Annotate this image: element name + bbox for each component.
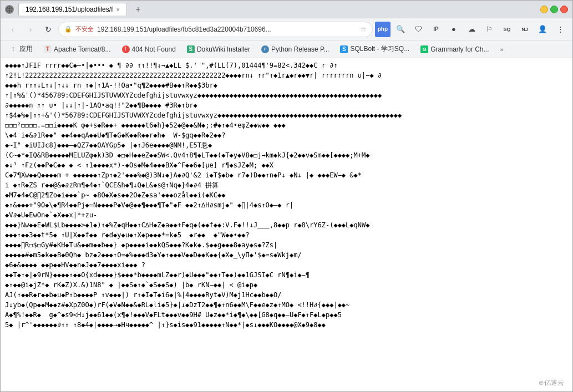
tomcat-icon: T [44, 45, 52, 53]
ext-sq1-badge[interactable]: SQ [499, 22, 515, 37]
bookmark-404[interactable]: ! 404 Not Found [118, 44, 180, 54]
new-tab-button[interactable]: + [131, 3, 145, 16]
bookmark-star-icon[interactable]: ☆ [360, 25, 367, 33]
content-area[interactable]: ◆◆◆◆↑JFIF rrrr◆◆C◆—•|◆••• ◆ ¶ ∂∂ ↑↑!!¶↓→… [1, 58, 572, 391]
close-button[interactable] [560, 6, 568, 13]
more-options-icon[interactable]: ⋮ [552, 22, 568, 37]
ext-sq2-badge[interactable]: NJ [517, 22, 533, 37]
bookmark-404-icon: ! [122, 45, 130, 53]
title-bar: 192.168.199.151/uploadfiles/f × + [1, 1, 572, 18]
nav-extras: php 🔍 🛡 IP ● ☁ ⚐ SQ NJ 👤 ⋮ [375, 22, 568, 37]
minimize-button[interactable] [540, 6, 548, 13]
ext-ip-badge[interactable]: IP [428, 22, 444, 37]
ext-circle-icon[interactable]: ● [446, 22, 462, 37]
bookmark-dokuwiki-label: DokuWiki Installer [197, 45, 250, 53]
bookmark-sqlbolt-label: SQLBolt - 学习SQ... [350, 44, 409, 54]
nav-bar: ‹ › ↻ 🔒 不安全 192.168.199.151/uploadfiles/… [1, 18, 572, 40]
ext-search-icon[interactable]: 🔍 [393, 22, 408, 37]
grammarly-icon: G [420, 45, 428, 53]
bookmark-python[interactable]: P Python Release P... [257, 44, 334, 54]
back-button[interactable]: ‹ [5, 22, 21, 37]
url-text: 192.168.199.151/uploadfiles/fb5c81ed3a22… [97, 26, 357, 33]
bookmark-grammarly-label: Grammarly for Ch... [430, 45, 489, 53]
ext-cloud-icon[interactable]: ☁ [464, 22, 479, 37]
ext-flag-icon[interactable]: ⚐ [481, 22, 497, 37]
apps-grid-icon: ⁝ [9, 45, 17, 53]
sqlbolt-icon: S [340, 45, 348, 53]
tab-title: 192.168.199.151/uploadfiles/f [26, 6, 113, 13]
ext-shield-icon[interactable]: 🛡 [410, 22, 426, 37]
bookmark-python-label: Python Release P... [271, 45, 329, 53]
browser-icon [5, 5, 14, 14]
bookmark-tomcat-label: Apache Tomcat/8... [54, 45, 111, 53]
bookmarks-more-icon[interactable]: » [498, 45, 506, 54]
bookmarks-bar: ⁝ 应用 T Apache Tomcat/8... ! 404 Not Foun… [1, 40, 572, 58]
bookmark-apps-label: 应用 [19, 44, 33, 54]
refresh-button[interactable]: ↻ [40, 22, 56, 37]
bookmark-tomcat[interactable]: T Apache Tomcat/8... [39, 44, 115, 54]
php-badge[interactable]: php [375, 22, 391, 37]
not-secure-label: 不安全 [75, 25, 94, 33]
bookmark-apps[interactable]: ⁝ 应用 [5, 43, 37, 55]
security-lock-icon: 🔒 [64, 26, 72, 33]
window-controls [540, 6, 568, 13]
python-icon: P [261, 45, 269, 53]
page-content: ◆◆◆◆↑JFIF rrrr◆◆C◆—•|◆••• ◆ ¶ ∂∂ ↑↑!!¶↓→… [5, 60, 568, 330]
watermark: ⊕亿速云 [539, 378, 564, 388]
bookmark-grammarly[interactable]: G Grammarly for Ch... [416, 44, 493, 54]
tab-close-btn[interactable]: × [116, 6, 119, 13]
maximize-button[interactable] [550, 6, 558, 13]
address-bar[interactable]: 🔒 不安全 192.168.199.151/uploadfiles/fb5c81… [58, 22, 373, 37]
active-tab[interactable]: 192.168.199.151/uploadfiles/f × [18, 3, 127, 16]
bookmark-404-label: 404 Not Found [132, 45, 176, 53]
dokuwiki-icon: S [187, 45, 195, 53]
browser-window: 192.168.199.151/uploadfiles/f × + ‹ › ↻ … [0, 0, 573, 392]
profile-icon[interactable]: 👤 [535, 22, 550, 37]
bookmark-dokuwiki[interactable]: S DokuWiki Installer [182, 44, 255, 54]
forward-button[interactable]: › [23, 22, 38, 37]
bookmark-sqlbolt[interactable]: S SQLBolt - 学习SQ... [336, 43, 414, 55]
